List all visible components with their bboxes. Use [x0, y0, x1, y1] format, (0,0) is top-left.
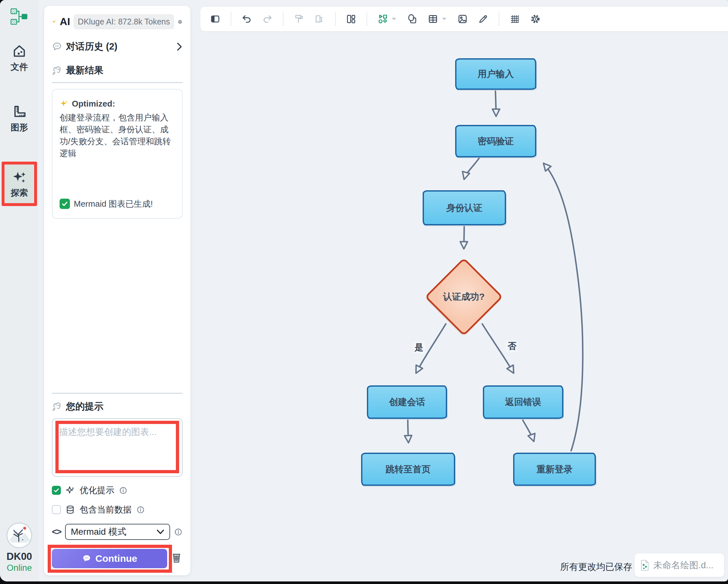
screenshot: 用户输入 密码验证 身份认证 认证成功? 是 否 创建会话 返回错误 跳转至首页…	[0, 0, 728, 584]
left-rail: 文件 图形 探索	[0, 0, 38, 581]
generation-status: Mermaid 图表已生成!	[59, 198, 175, 210]
flow-node-relogin[interactable]: 重新登录	[513, 453, 596, 486]
table-tool-group[interactable]	[428, 14, 447, 24]
sidebar-item-label: 探索	[10, 187, 28, 199]
latest-result-row: 最新结果	[52, 64, 183, 77]
flow-node-user-input[interactable]: 用户输入	[455, 58, 536, 90]
settings-gear-icon[interactable]	[530, 14, 541, 24]
token-badge: DKluge AI: 872.8k Tokens	[74, 14, 175, 29]
sidebar-item-shapes[interactable]: 图形	[10, 104, 28, 133]
app-logo[interactable]	[10, 8, 29, 25]
option-optimize-prompt: 优化提示	[52, 484, 183, 496]
frame-text-icon[interactable]	[314, 14, 325, 24]
avatar[interactable]	[6, 523, 32, 548]
edge-label-yes: 是	[413, 341, 425, 354]
ruler-icon	[12, 104, 27, 119]
continue-button[interactable]: Continue	[52, 549, 167, 568]
toolbar-divider	[367, 12, 367, 26]
table-icon	[428, 14, 438, 24]
info-icon[interactable]	[119, 486, 128, 495]
sidebar-item-label: 图形	[10, 122, 28, 133]
prompt-label: 您的提示	[66, 400, 103, 413]
file-icon	[639, 559, 650, 572]
flow-node-identity-auth[interactable]: 身份认证	[423, 190, 506, 225]
info-icon[interactable]	[174, 528, 183, 536]
app-window: 用户输入 密码验证 身份认证 认证成功? 是 否 创建会话 返回错误 跳转至首页…	[0, 0, 728, 581]
optimized-heading: Optimized:	[59, 98, 175, 110]
chevron-down-icon	[391, 17, 397, 21]
chat-history-label: 对话历史 (2)	[66, 40, 118, 53]
mode-select-row: <> Mermaid 模式	[52, 524, 183, 540]
flow-node-auth-success-decision[interactable]: 认证成功?	[436, 269, 492, 325]
user-block: DK00 Online	[6, 523, 32, 581]
flow-node-return-error[interactable]: 返回错误	[483, 385, 564, 419]
thought-bubble-icon	[52, 401, 62, 412]
flow-node-password-check[interactable]: 密码验证	[455, 125, 536, 158]
flow-node-create-session[interactable]: 创建会话	[367, 385, 447, 419]
panel-spacer	[52, 219, 183, 388]
sparkle-icon	[52, 17, 57, 27]
include-data-label: 包含当前数据	[80, 504, 132, 516]
paint-roller-icon[interactable]	[294, 14, 304, 24]
edge-session-home	[408, 420, 409, 442]
optimize-label: 优化提示	[80, 484, 114, 496]
undo-icon[interactable]	[241, 14, 252, 24]
grid-icon[interactable]	[510, 14, 520, 24]
toolbar-divider	[499, 12, 499, 26]
sidebar-item-files[interactable]: 文件	[10, 44, 28, 73]
continue-label: Continue	[95, 553, 137, 564]
edge-error-relogin	[523, 420, 534, 441]
optimized-text: 创建登录流程，包含用户输入框、密码验证、身份认证、成功/失败分支、会话管理和跳转…	[59, 112, 175, 159]
toolbar-divider	[283, 12, 284, 26]
optimized-title: Optimized:	[72, 98, 115, 110]
canvas-toolbar	[200, 7, 728, 31]
latest-result-label: 最新结果	[66, 64, 103, 77]
check-mark-icon	[59, 199, 70, 209]
info-icon[interactable]	[136, 505, 145, 514]
include-data-checkbox[interactable]	[52, 505, 61, 514]
star-outline-icon	[66, 485, 75, 495]
continue-wrap: Continue	[52, 549, 167, 568]
edge-label-no: 否	[506, 340, 518, 352]
chevron-right-icon	[176, 42, 183, 51]
sidebar-item-label: 文件	[10, 61, 28, 73]
trash-icon[interactable]	[171, 551, 183, 564]
chevron-down-icon	[157, 530, 164, 534]
prompt-textarea[interactable]: 描述您想要创建的图表...	[52, 418, 183, 477]
shapes-tool-group[interactable]	[378, 14, 397, 24]
panel-toggle-icon[interactable]	[210, 14, 220, 24]
toolbar-divider	[335, 12, 336, 26]
flow-node-goto-home[interactable]: 跳转至首页	[361, 453, 455, 486]
sparkles-icon	[12, 170, 27, 185]
chat-history-row[interactable]: 对话历史 (2)	[52, 40, 183, 53]
edge-userinput-password	[495, 91, 496, 116]
shapes-icon	[378, 14, 388, 24]
layout-icon[interactable]	[346, 14, 356, 24]
toolbar-divider	[231, 12, 231, 26]
chevron-down-icon	[441, 17, 447, 21]
mode-select[interactable]: Mermaid 模式	[65, 524, 170, 540]
image-icon[interactable]	[458, 14, 468, 24]
username: DK00	[6, 551, 32, 562]
panel-divider	[52, 393, 183, 394]
option-include-data: 包含当前数据	[52, 504, 183, 516]
redo-icon[interactable]	[262, 14, 272, 24]
edge-password-identity	[464, 158, 479, 179]
ai-panel-title: AI	[60, 16, 70, 28]
prompt-header: 您的提示	[52, 400, 183, 413]
autosave-status: 所有更改均已保存	[560, 561, 632, 573]
file-name-chip[interactable]: 未命名绘图.d...	[634, 553, 724, 577]
optimize-checkbox[interactable]	[52, 486, 61, 495]
ai-settings-gear-icon[interactable]	[178, 17, 183, 27]
basic-shape-tool-icon[interactable]	[407, 14, 417, 24]
code-icon: <>	[52, 527, 61, 537]
online-status: Online	[7, 563, 32, 573]
generation-status-text: Mermaid 图表已生成!	[74, 198, 153, 210]
thought-bubble-icon	[52, 65, 62, 76]
ai-result-card: Optimized: 创建登录流程，包含用户输入框、密码验证、身份认证、成功/失…	[52, 89, 183, 219]
edge-identity-decision	[464, 227, 464, 249]
mode-select-value: Mermaid 模式	[71, 526, 127, 538]
pencil-icon[interactable]	[478, 14, 488, 24]
annotation-box-explore: 探索	[2, 162, 37, 206]
sidebar-item-explore[interactable]: 探索	[10, 170, 28, 199]
